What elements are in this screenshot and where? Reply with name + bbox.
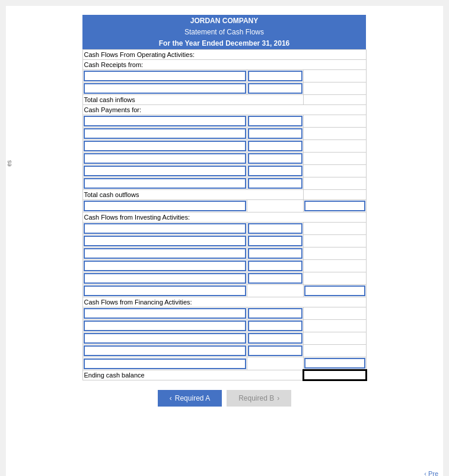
buttons-row: ‹ Required A Required B › [82, 390, 367, 407]
financing-label: Cash Flows from Financing Activities: [82, 297, 366, 307]
finance-mid-4[interactable] [248, 345, 303, 356]
table-row [82, 332, 366, 345]
table-row [82, 70, 366, 82]
receipt-desc-2[interactable] [84, 83, 246, 94]
finance-desc-1[interactable] [84, 308, 246, 319]
finance-desc-3[interactable] [84, 333, 246, 344]
invest-mid-3[interactable] [248, 248, 303, 259]
table-row [82, 357, 366, 370]
operating-activities-row: Cash Flows From Operating Activities: [82, 50, 366, 60]
finance-desc-2[interactable] [84, 320, 246, 331]
table-row [82, 177, 366, 190]
company-name: JORDAN COMPANY [82, 15, 366, 27]
finance-desc-4[interactable] [84, 345, 246, 356]
finance-mid-2[interactable] [248, 320, 303, 331]
right-arrow-icon: › [277, 394, 279, 402]
table-row [82, 140, 366, 153]
finance-mid-3[interactable] [248, 333, 303, 344]
receipt-desc-1[interactable] [84, 71, 246, 81]
table-row [82, 320, 366, 332]
receipt-mid-2[interactable] [248, 83, 303, 94]
invest-mid-4[interactable] [248, 261, 303, 271]
table-row [82, 223, 366, 235]
finance-mid-1[interactable] [248, 308, 303, 319]
ending-balance-row: Ending cash balance [82, 370, 366, 380]
left-arrow-prev-icon: ‹ [424, 470, 426, 476]
table-row [82, 200, 366, 212]
required-b-label: Required B [238, 394, 274, 402]
investing-label: Cash Flows from Investing Activities: [82, 212, 366, 223]
table-row [82, 115, 366, 128]
required-a-label: Required A [175, 394, 210, 402]
invest-desc-2[interactable] [84, 236, 246, 246]
financing-label-row: Cash Flows from Financing Activities: [82, 297, 366, 307]
payment-desc-2[interactable] [84, 128, 246, 139]
invest-desc-4[interactable] [84, 261, 246, 271]
statement-table: JORDAN COMPANY Statement of Cash Flows F… [82, 15, 367, 381]
invest-desc-3[interactable] [84, 248, 246, 259]
prev-label: Pre [428, 470, 438, 476]
net-operating-desc[interactable] [84, 201, 246, 211]
statement-title: Statement of Cash Flows [82, 27, 366, 37]
payment-desc-3[interactable] [84, 141, 246, 151]
total-outflows-label: Total cash outflows [82, 190, 304, 200]
net-invest-val[interactable] [304, 285, 365, 296]
investing-label-row: Cash Flows from Investing Activities: [82, 212, 366, 223]
page-container: es JORDAN COMPANY Statement of Cash Flow… [6, 6, 443, 476]
statement-wrapper: JORDAN COMPANY Statement of Cash Flows F… [82, 15, 367, 407]
invest-mid-2[interactable] [248, 236, 303, 246]
total-inflows-row: Total cash inflows [82, 95, 366, 105]
payment-mid-3[interactable] [248, 141, 303, 151]
finance-desc-5[interactable] [84, 358, 246, 369]
table-row [82, 272, 366, 285]
side-label: es [6, 160, 12, 167]
operating-label: Cash Flows From Operating Activities: [82, 50, 366, 60]
total-inflows-label: Total cash inflows [82, 95, 304, 105]
table-row [82, 153, 366, 165]
table-row [82, 165, 366, 177]
payment-mid-1[interactable] [248, 116, 303, 126]
receipts-label: Cash Receipts from: [82, 60, 366, 70]
invest-mid-1[interactable] [248, 223, 303, 234]
table-row [82, 345, 366, 357]
required-b-button[interactable]: Required B › [227, 390, 291, 407]
payment-desc-4[interactable] [84, 153, 246, 164]
payments-label: Cash Payments for: [82, 105, 366, 115]
table-row [82, 128, 366, 140]
table-row [82, 82, 366, 95]
payment-mid-4[interactable] [248, 153, 303, 164]
period-header: For the Year Ended December 31, 2016 [82, 37, 366, 50]
payment-desc-1[interactable] [84, 116, 246, 126]
invest-desc-1[interactable] [84, 223, 246, 234]
invest-mid-5[interactable] [248, 273, 303, 284]
pre-link[interactable]: ‹ Pre [424, 470, 438, 476]
net-invest-desc[interactable] [84, 285, 246, 296]
receipts-label-row: Cash Receipts from: [82, 60, 366, 70]
ending-balance-label: Ending cash balance [82, 370, 304, 380]
table-row [82, 247, 366, 260]
invest-desc-5[interactable] [84, 273, 246, 284]
payment-desc-5[interactable] [84, 166, 246, 176]
table-row [82, 307, 366, 320]
payments-label-row: Cash Payments for: [82, 105, 366, 115]
payment-mid-5[interactable] [248, 166, 303, 176]
payment-desc-6[interactable] [84, 178, 246, 189]
total-outflows-row: Total cash outflows [82, 190, 366, 200]
required-a-button[interactable]: ‹ Required A [158, 390, 222, 407]
payment-mid-2[interactable] [248, 128, 303, 139]
table-row [82, 260, 366, 272]
table-row [82, 285, 366, 297]
finance-val-5[interactable] [304, 358, 365, 369]
payment-mid-6[interactable] [248, 178, 303, 189]
table-row [82, 235, 366, 247]
left-arrow-icon: ‹ [170, 394, 172, 402]
receipt-mid-1[interactable] [248, 71, 303, 81]
net-operating-val[interactable] [304, 201, 365, 211]
